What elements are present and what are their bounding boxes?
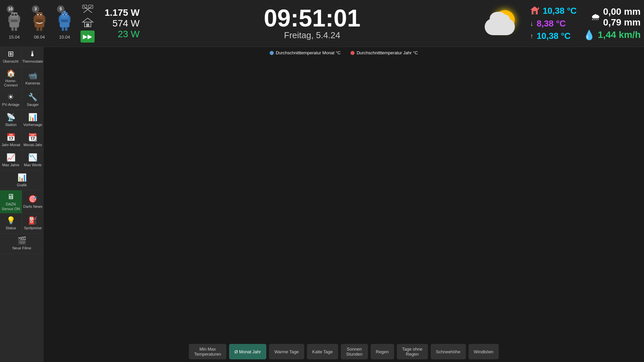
- sidebar-item-ubersicht[interactable]: ⊞ Übersicht: [0, 47, 21, 67]
- legend-dot-blue: [270, 51, 274, 55]
- bottom-tabs: Min MaxTemperaturen Ø Monat Jahr Warme T…: [44, 341, 644, 362]
- sidebar: ⊞ Übersicht 🌡 Thermostate 🏠 Home-Connect…: [0, 47, 44, 362]
- legend-dot-red: [351, 51, 355, 55]
- tab-windboeen[interactable]: Windböen: [469, 344, 499, 359]
- weather-image: [485, 8, 525, 39]
- ubersicht-icon: ⊞: [8, 50, 14, 58]
- sidebar-label-sauger: Sauger: [27, 103, 39, 107]
- sidebar-item-maxjahre[interactable]: 📈 Max Jahre: [0, 150, 22, 170]
- svg-rect-43: [533, 11, 536, 14]
- device-3-label: 10.04: [59, 35, 70, 40]
- tab-warme-tage[interactable]: Warme Tage: [269, 344, 304, 359]
- station-icon: 📡: [6, 113, 15, 122]
- weather-temps: 10,38 °C ↓ 8,38 °C ↑ 10,38 °C: [530, 5, 577, 42]
- sidebar-item-spritpreise[interactable]: ⛽ Spritpreise: [22, 214, 44, 234]
- sidebar-label-maxwerte: Max Werte: [24, 163, 42, 167]
- play-button[interactable]: ▶▶: [80, 31, 95, 43]
- sidebar-label-spritpreise: Spritpreise: [24, 226, 42, 230]
- thermostate-icon: 🌡: [29, 50, 36, 58]
- tab-schneehohe[interactable]: Schneehöhe: [431, 344, 466, 359]
- wind-icon: 💧: [583, 29, 595, 41]
- tab-kalte-tage[interactable]: Kalte Tage: [307, 344, 338, 359]
- sidebar-label-status: Status: [6, 226, 16, 230]
- house-temp-icon: [530, 6, 539, 16]
- grafik-icon: 📊: [17, 173, 26, 182]
- svg-point-27: [62, 14, 64, 15]
- svg-rect-17: [36, 19, 43, 22]
- solar-icon: [82, 4, 94, 16]
- svg-rect-29: [61, 19, 68, 22]
- svg-rect-44: [538, 7, 539, 9]
- power-value-3: 23 W: [118, 29, 140, 40]
- sidebar-item-dartsnews[interactable]: 🎯 Darts News: [22, 190, 44, 213]
- sidebar-label-monatjahr: Monat-Jahr: [23, 143, 42, 147]
- tab-sonnen-stunden[interactable]: SonnenStunden: [341, 344, 368, 359]
- legend-red-label: Durchschnitttemperatur Jahr °C: [357, 50, 418, 55]
- sidebar-item-maxwerte[interactable]: 📉 Max Werte: [22, 150, 44, 170]
- legend-blue-label: Durchschnitttemperatur Monat °C: [276, 50, 340, 55]
- device-1-label: 15.04: [9, 35, 20, 40]
- svg-rect-30: [59, 16, 60, 22]
- sidebar-label-vorhersage: Vorhersage: [23, 123, 42, 127]
- dartsnews-icon: 🎯: [28, 195, 37, 203]
- temp-mid: 8,38 °C: [537, 18, 566, 29]
- sidebar-item-monatjahr[interactable]: 📆 Monat-Jahr: [22, 130, 44, 150]
- svg-rect-18: [34, 16, 35, 22]
- tab-minmax[interactable]: Min MaxTemperaturen: [189, 344, 226, 359]
- device-1[interactable]: 10 15.04: [3, 7, 25, 40]
- svg-rect-7: [8, 16, 10, 22]
- chart-container: [49, 57, 639, 341]
- sidebar-item-station[interactable]: 📡 Station: [0, 110, 22, 130]
- svg-rect-20: [37, 27, 39, 31]
- svg-point-28: [65, 14, 67, 15]
- pvanlage-icon: ☀: [7, 93, 14, 102]
- svg-point-15: [37, 14, 39, 15]
- spritpreise-icon: ⛽: [28, 216, 37, 225]
- legend-red: Durchschnitttemperatur Jahr °C: [351, 50, 418, 55]
- sidebar-label-thermostate: Thermostate: [22, 59, 43, 64]
- sidebar-item-status[interactable]: 💡 Status: [0, 214, 22, 234]
- sidebar-item-kameras[interactable]: 📹 Kameras: [22, 67, 44, 90]
- sidebar-item-grafik[interactable]: 📊 Grafik: [0, 170, 44, 190]
- svg-rect-21: [40, 27, 42, 31]
- power-value-1: 1.175 W: [105, 7, 140, 18]
- tab-tage-ohne-regen[interactable]: Tage ohneRegen: [397, 344, 428, 359]
- chart-area: Durchschnitttemperatur Monat °C Durchsch…: [44, 47, 644, 341]
- sidebar-label-pvanlage: PV-Anlage: [2, 103, 19, 107]
- svg-marker-41: [530, 6, 539, 10]
- svg-rect-32: [62, 27, 64, 31]
- sidebar-label-ubersicht: Übersicht: [3, 59, 18, 64]
- top-bar: 10 15.04 3: [0, 0, 644, 47]
- svg-point-5: [15, 14, 16, 15]
- sidebar-label-homeconnect: Home-Connect: [1, 79, 21, 87]
- sidebar-item-jahrmonat[interactable]: 📅 Jahr-Monat: [0, 130, 22, 150]
- clock-section: 09:51:01 Freitag, 5.4.24: [140, 6, 478, 41]
- maxjahre-icon: 📈: [6, 153, 15, 162]
- temp-top: 10,38 °C: [543, 6, 577, 16]
- house-icon: [82, 17, 94, 29]
- clock-date: Freitag, 5.4.24: [146, 30, 478, 41]
- tab-monat-jahr[interactable]: Ø Monat Jahr: [229, 344, 266, 359]
- sidebar-label-grafik: Grafik: [17, 183, 26, 187]
- svg-point-16: [40, 14, 42, 15]
- power-value-2: 574 W: [112, 18, 140, 29]
- sidebar-label-maxjahre: Max Jahre: [2, 163, 19, 167]
- clock-time: 09:51:01: [146, 6, 478, 30]
- tab-regen[interactable]: Regen: [371, 344, 394, 359]
- sidebar-item-neuefilme[interactable]: 🎬 Neue Filme: [0, 234, 44, 254]
- sidebar-label-dartsnews: Darts News: [23, 204, 42, 209]
- sidebar-item-thermostate[interactable]: 🌡 Thermostate: [21, 47, 44, 67]
- svg-rect-19: [44, 16, 45, 22]
- legend-blue: Durchschnitttemperatur Monat °C: [270, 50, 340, 55]
- device-3[interactable]: 5 10.04: [54, 7, 75, 40]
- sidebar-item-pvanlage[interactable]: ☀ PV-Anlage: [0, 90, 22, 110]
- device-2[interactable]: 3 08.04: [29, 7, 50, 40]
- sidebar-label-dazn: DAZN Servus ON: [1, 202, 21, 211]
- neuefilme-icon: 🎬: [17, 236, 26, 245]
- svg-marker-38: [83, 18, 93, 22]
- cloud-rain-icon: 🌧: [591, 11, 600, 22]
- sidebar-item-homeconnect[interactable]: 🏠 Home-Connect: [0, 67, 22, 90]
- sidebar-item-sauger[interactable]: 🔧 Sauger: [22, 90, 44, 110]
- sidebar-item-vorhersage[interactable]: 📊 Vorhersage: [22, 110, 44, 130]
- sidebar-item-dazn[interactable]: 🖥 DAZN Servus ON: [0, 190, 22, 213]
